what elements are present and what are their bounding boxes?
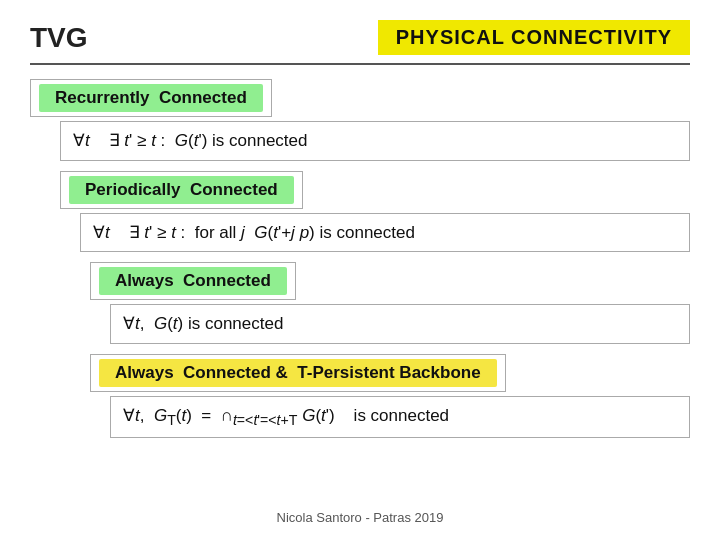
footer: Nicola Santoro - Patras 2019: [0, 510, 720, 525]
section-recurrently: Recurrently Connected ∀t ∃ t' ≥ t : G(t'…: [30, 79, 690, 161]
divider: [30, 63, 690, 65]
recurrently-header: Recurrently Connected: [39, 84, 263, 112]
recurrently-content: ∀t ∃ t' ≥ t : G(t') is connected: [60, 121, 690, 161]
page: TVG PHYSICAL CONNECTIVITY Recurrently Co…: [0, 0, 720, 540]
recurrently-formula: ∀t ∃ t' ≥ t : G(t') is connected: [73, 131, 308, 150]
physical-connectivity-badge: PHYSICAL CONNECTIVITY: [378, 20, 690, 55]
backbone-formula: ∀t, GT(t) = ∩t=<t'=<t+T G(t') is connect…: [123, 406, 449, 425]
section-periodically: Periodically Connected ∀t ∃ t' ≥ t : for…: [30, 171, 690, 253]
header-row: TVG PHYSICAL CONNECTIVITY: [30, 20, 690, 55]
periodically-content: ∀t ∃ t' ≥ t : for all j G(t'+j p) is con…: [80, 213, 690, 253]
always-formula: ∀t, G(t) is connected: [123, 314, 283, 333]
section-always: Always Connected ∀t, G(t) is connected: [30, 262, 690, 344]
periodically-header: Periodically Connected: [69, 176, 294, 204]
backbone-header: Always Connected & T-Persistent Backbone: [99, 359, 497, 387]
backbone-content: ∀t, GT(t) = ∩t=<t'=<t+T G(t') is connect…: [110, 396, 690, 439]
section-backbone: Always Connected & T-Persistent Backbone…: [30, 354, 690, 439]
always-content: ∀t, G(t) is connected: [110, 304, 690, 344]
periodically-formula: ∀t ∃ t' ≥ t : for all j G(t'+j p) is con…: [93, 223, 415, 242]
tvg-label: TVG: [30, 22, 88, 54]
always-header: Always Connected: [99, 267, 287, 295]
